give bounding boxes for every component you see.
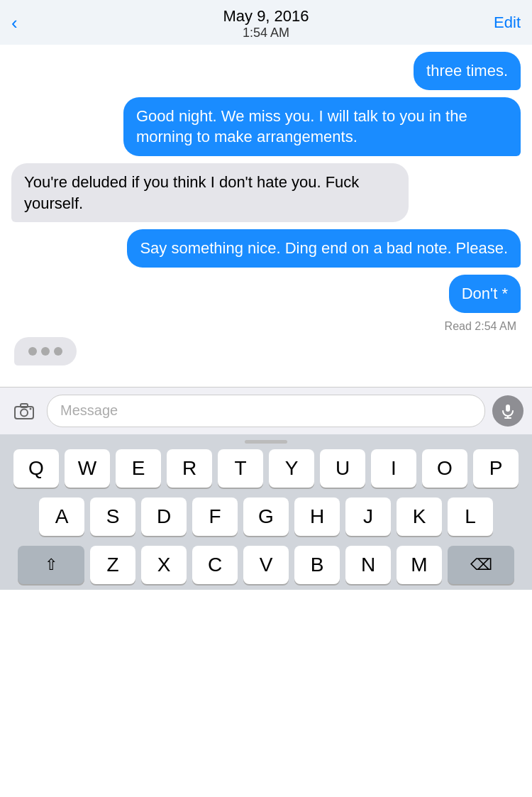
typing-dot-3 <box>54 347 62 356</box>
svg-point-1 <box>21 409 28 416</box>
sent-bubble: Say something nice. Ding end on a bad no… <box>127 229 521 268</box>
typing-dot-1 <box>28 347 37 356</box>
date-label: May 9, 2016 <box>14 7 518 26</box>
key-b[interactable]: B <box>294 546 340 584</box>
svg-point-3 <box>30 407 32 410</box>
key-w[interactable]: W <box>65 449 110 488</box>
keyboard: Q W E R T Y U I O P A S D F G H J K L ⇧ … <box>0 434 532 590</box>
svg-rect-2 <box>21 404 28 407</box>
key-c[interactable]: C <box>192 546 238 584</box>
key-e[interactable]: E <box>116 449 161 488</box>
key-y[interactable]: Y <box>269 449 314 488</box>
key-p[interactable]: P <box>473 449 519 488</box>
key-j[interactable]: J <box>345 498 391 536</box>
typing-dot-2 <box>41 347 50 356</box>
key-k[interactable]: K <box>397 498 442 536</box>
key-l[interactable]: L <box>448 498 493 536</box>
back-button[interactable]: ‹ <box>11 11 18 33</box>
key-x[interactable]: X <box>141 546 187 584</box>
sent-bubble: Good night. We miss you. I will talk to … <box>123 97 521 156</box>
key-t[interactable]: T <box>218 449 263 488</box>
key-delete[interactable]: ⌫ <box>448 546 514 584</box>
key-d[interactable]: D <box>141 498 187 536</box>
key-shift[interactable]: ⇧ <box>18 546 84 584</box>
input-bar <box>0 387 532 434</box>
key-v[interactable]: V <box>243 546 289 584</box>
time-label: 1:54 AM <box>14 26 518 40</box>
typing-indicator-row <box>11 337 521 373</box>
read-receipt: Read 2:54 AM <box>11 320 516 333</box>
key-o[interactable]: O <box>422 449 467 488</box>
received-bubble: You're deluded if you think I don't hate… <box>11 163 409 222</box>
keyboard-row-2: A S D F G H J K L <box>3 498 529 536</box>
messages-area: three times. Good night. We miss you. I … <box>0 45 532 387</box>
key-i[interactable]: I <box>371 449 416 488</box>
key-h[interactable]: H <box>294 498 340 536</box>
keyboard-row-1: Q W E R T Y U I O P <box>3 449 529 488</box>
message-row: Don't * <box>11 275 521 313</box>
key-a[interactable]: A <box>39 498 84 536</box>
mic-button[interactable] <box>492 395 523 427</box>
message-row: Say something nice. Ding end on a bad no… <box>11 229 521 268</box>
sent-bubble: Don't * <box>449 275 521 313</box>
edit-button[interactable]: Edit <box>494 13 521 32</box>
message-row: three times. <box>11 52 521 90</box>
keyboard-row-3: ⇧ Z X C V B N M ⌫ <box>3 546 529 584</box>
sent-bubble: three times. <box>414 52 521 90</box>
status-bar: ‹ May 9, 2016 1:54 AM Edit <box>0 0 532 45</box>
message-row: Good night. We miss you. I will talk to … <box>11 97 521 156</box>
key-q[interactable]: Q <box>13 449 59 488</box>
key-n[interactable]: N <box>345 546 391 584</box>
message-row: You're deluded if you think I don't hate… <box>11 163 521 222</box>
key-r[interactable]: R <box>167 449 212 488</box>
key-m[interactable]: M <box>397 546 442 584</box>
key-f[interactable]: F <box>192 498 238 536</box>
message-input[interactable] <box>47 395 485 427</box>
camera-button[interactable] <box>9 395 40 427</box>
key-u[interactable]: U <box>320 449 365 488</box>
typing-bubble <box>14 337 77 365</box>
key-s[interactable]: S <box>90 498 135 536</box>
svg-rect-4 <box>506 405 510 412</box>
key-z[interactable]: Z <box>90 546 135 584</box>
key-g[interactable]: G <box>243 498 289 536</box>
keyboard-handle <box>245 440 287 444</box>
